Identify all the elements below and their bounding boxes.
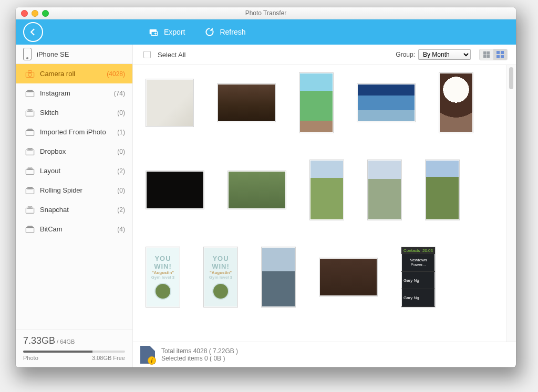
app-window: Photo Transfer Export Refresh [16,7,516,367]
thumbnail[interactable] [299,72,334,133]
album-count: (4028) [107,70,125,78]
back-button[interactable] [23,22,43,42]
sidebar-album-5[interactable]: Layout(2) [16,161,132,181]
device-name: iPhone SE [37,50,69,58]
window-title: Photo Transfer [16,9,516,17]
thumbnail[interactable] [227,171,286,209]
refresh-button[interactable]: Refresh [204,27,245,37]
album-name: Rolling Spider [40,186,112,194]
thumbnail[interactable] [357,83,416,122]
thumbnail[interactable] [439,72,473,133]
refresh-label: Refresh [220,28,245,36]
album-icon [25,148,35,155]
thumbnail[interactable] [146,79,194,127]
thumbnail[interactable] [217,83,276,122]
selected-items-label: Selected items 0 ( 0B ) [161,355,238,362]
grid-toolbar: Select All Group: By Month [133,45,516,65]
select-all-checkbox[interactable] [143,51,151,58]
album-name: Instagram [40,89,109,97]
album-count: (4) [117,226,125,233]
album-name: Imported From iPhoto [40,128,112,136]
sidebar-album-0[interactable]: Camera roll(4028) [16,64,132,83]
album-count: (2) [117,167,125,175]
sidebar-album-2[interactable]: Skitch(0) [16,103,132,122]
svg-rect-14 [26,150,34,155]
scrollbar[interactable] [506,65,516,342]
photo-grid: YOU WIN!"Augustin"Gym level 3YOU WIN!"Au… [133,65,506,342]
maximize-icon[interactable] [42,10,49,17]
info-icon: i [140,346,155,364]
storage-bar [23,351,125,353]
album-name: Dropbox [40,147,112,155]
svg-point-3 [28,73,32,76]
sidebar-album-7[interactable]: Snapchat(2) [16,200,132,219]
close-icon[interactable] [21,10,28,17]
album-count: (0) [117,109,125,116]
thumbnail[interactable]: Contacts20:03Newtown Power...Gary NgGary… [401,247,436,308]
sidebar-album-1[interactable]: Instagram(74) [16,83,132,103]
phone-icon [23,48,32,60]
album-name: BitCam [40,225,112,233]
album-count: (0) [117,148,125,155]
export-button[interactable]: Export [148,27,185,37]
sidebar: iPhone SE Camera roll(4028)Instagram(74)… [16,45,133,367]
thumbnail[interactable] [319,258,378,296]
sidebar-album-6[interactable]: Rolling Spider(0) [16,181,132,200]
svg-rect-8 [26,111,34,116]
group-label: Group: [396,51,415,58]
svg-rect-17 [26,169,34,174]
refresh-icon [204,27,215,37]
album-icon [25,109,35,116]
thumbnail[interactable]: YOU WIN!"Augustin"Gym level 3 [203,247,238,308]
view-small-grid[interactable] [480,49,493,60]
export-icon [148,27,160,37]
thumbnail[interactable]: YOU WIN!"Augustin"Gym level 3 [146,247,180,308]
album-icon [25,167,35,175]
titlebar: Photo Transfer [16,7,516,19]
storage-free: 3.08GB Free [92,355,125,361]
sidebar-album-8[interactable]: BitCam(4) [16,219,132,239]
sidebar-album-4[interactable]: Dropbox(0) [16,142,132,161]
svg-rect-11 [26,130,34,135]
storage-used: 7.33GB [23,335,55,346]
svg-rect-23 [26,208,34,213]
camera-icon [25,70,35,78]
album-name: Camera roll [40,70,101,78]
album-icon [25,226,35,233]
storage-total: / 64GB [57,338,75,345]
album-icon [25,90,35,97]
select-all-label: Select All [158,51,185,59]
minimize-icon[interactable] [32,10,38,17]
view-toggle [479,49,508,60]
thumbnail[interactable] [425,160,460,220]
group-select[interactable]: By Month [418,49,471,60]
main-toolbar: Export Refresh [16,19,516,45]
view-large-grid[interactable] [493,49,507,60]
main-panel: Select All Group: By Month YOU WIN!"Augu… [133,45,516,367]
album-count: (74) [114,90,125,97]
arrow-left-icon [28,27,38,37]
device-row[interactable]: iPhone SE [16,45,132,64]
thumbnail[interactable] [309,160,344,220]
thumbnail[interactable] [367,160,402,220]
export-label: Export [164,28,185,36]
storage-label: Photo [23,355,38,361]
album-count: (2) [117,206,125,214]
album-name: Skitch [40,109,112,116]
album-count: (0) [117,187,125,194]
svg-rect-26 [26,227,34,232]
total-items-label: Total items 4028 ( 7.22GB ) [161,347,238,355]
album-list: Camera roll(4028)Instagram(74)Skitch(0)I… [16,64,132,330]
svg-rect-20 [26,188,34,194]
thumbnail[interactable] [146,171,204,209]
svg-rect-5 [26,91,34,97]
album-name: Layout [40,167,112,175]
scrollbar-thumb[interactable] [509,67,513,89]
album-name: Snapchat [40,206,112,214]
album-icon [25,187,35,194]
status-footer: i Total items 4028 ( 7.22GB ) Selected i… [133,342,516,367]
sidebar-album-3[interactable]: Imported From iPhoto(1) [16,122,132,142]
thumbnail[interactable] [261,247,296,308]
album-icon [25,206,35,214]
storage-panel: 7.33GB / 64GB Photo 3.08GB Free [16,330,132,367]
